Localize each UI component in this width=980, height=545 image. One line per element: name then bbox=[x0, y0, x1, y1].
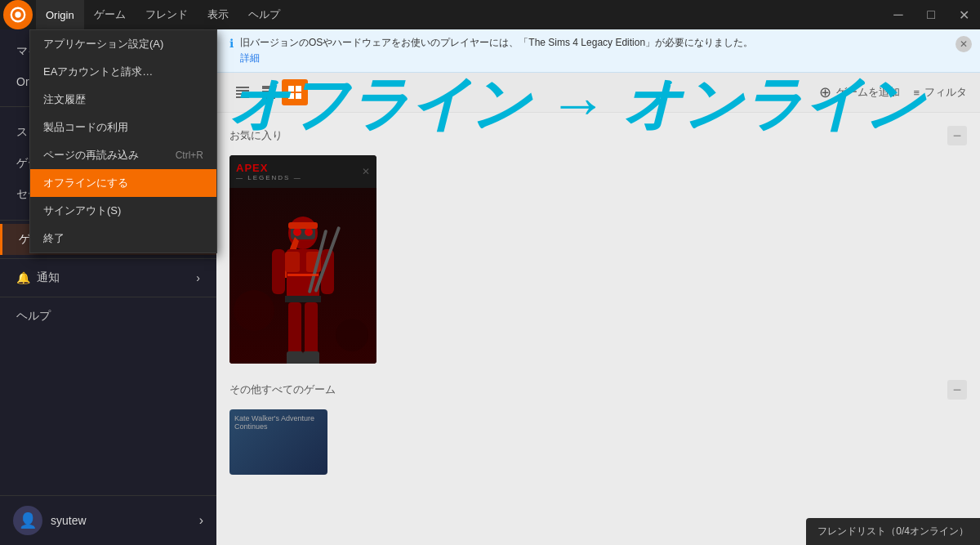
user-profile[interactable]: 👤 syutew › bbox=[0, 496, 216, 545]
apex-legends-text: — LEGENDS — bbox=[236, 174, 302, 181]
svg-rect-3 bbox=[236, 90, 249, 92]
svg-rect-10 bbox=[296, 86, 301, 92]
sidebar-divider-3 bbox=[0, 258, 216, 259]
favorites-collapse-button[interactable]: − bbox=[947, 126, 967, 145]
dropdown-reload[interactable]: ページの再読み込み Ctrl+R bbox=[30, 141, 216, 169]
svg-rect-28 bbox=[305, 302, 318, 360]
origin-logo bbox=[3, 0, 33, 29]
game-card-apex[interactable]: APEX — LEGENDS — ✕ bbox=[229, 155, 376, 364]
window-controls: ─ □ ✕ bbox=[882, 0, 980, 29]
svg-point-32 bbox=[234, 290, 274, 331]
game-card-close-icon[interactable]: ✕ bbox=[362, 166, 370, 177]
bell-icon: 🔔 bbox=[16, 271, 30, 284]
svg-rect-27 bbox=[288, 302, 301, 360]
username-label: syutew bbox=[51, 514, 199, 527]
svg-rect-31 bbox=[287, 274, 318, 276]
other-games-grid: Kate Walker's Adventure Continues bbox=[229, 409, 967, 475]
games-grid: APEX — LEGENDS — ✕ bbox=[229, 155, 967, 364]
friend-list-tooltip[interactable]: フレンドリスト（0/4オンライン） bbox=[806, 518, 980, 545]
info-banner-text: 旧バージョンのOSやハードウェアをお使いのプレイヤーには、「The Sims 4… bbox=[240, 37, 753, 48]
sidebar-divider-4 bbox=[0, 297, 216, 297]
svg-rect-9 bbox=[288, 86, 294, 92]
minimize-button[interactable]: ─ bbox=[882, 0, 915, 29]
maximize-button[interactable]: □ bbox=[915, 0, 947, 29]
close-button[interactable]: ✕ bbox=[947, 0, 980, 29]
chevron-right-icon-user: › bbox=[199, 513, 203, 528]
info-close-button[interactable]: ✕ bbox=[956, 36, 972, 52]
view-small-list-button[interactable] bbox=[229, 79, 256, 105]
menu-bar: Origin ゲーム フレンド 表示 ヘルプ bbox=[36, 0, 882, 29]
svg-rect-23 bbox=[272, 249, 285, 294]
svg-rect-7 bbox=[262, 91, 275, 94]
svg-rect-30 bbox=[303, 351, 319, 364]
menu-view[interactable]: 表示 bbox=[198, 0, 238, 29]
info-banner: ℹ 旧バージョンのOSやハードウェアをお使いのプレイヤーには、「The Sims… bbox=[216, 29, 980, 73]
view-grid-button[interactable] bbox=[282, 79, 308, 105]
add-game-button[interactable]: ⊕ ゲームを追加 bbox=[819, 83, 900, 101]
dropdown-signout[interactable]: サインアウト(S) bbox=[30, 197, 216, 225]
dropdown-order-history[interactable]: 注文履歴 bbox=[30, 86, 216, 114]
menu-help[interactable]: ヘルプ bbox=[238, 0, 290, 29]
svg-rect-29 bbox=[287, 351, 303, 364]
svg-rect-18 bbox=[288, 222, 318, 229]
svg-rect-22 bbox=[285, 296, 321, 302]
apex-card-body bbox=[229, 188, 376, 364]
apex-title-text: APEX bbox=[236, 162, 268, 174]
kate-game-title: Kate Walker's Adventure Continues bbox=[229, 409, 327, 436]
other-games-section: その他すべてのゲーム − Kate Walker's Adventure Con… bbox=[229, 380, 967, 475]
other-games-collapse-button[interactable]: − bbox=[947, 380, 967, 400]
avatar: 👤 bbox=[13, 506, 42, 535]
sidebar-item-notifications[interactable]: 🔔 通知 › bbox=[0, 262, 216, 293]
svg-point-33 bbox=[336, 319, 368, 351]
filter-button[interactable]: ≡ フィルタ bbox=[913, 85, 967, 100]
other-games-section-header: その他すべてのゲーム − bbox=[229, 380, 967, 400]
svg-rect-11 bbox=[288, 93, 294, 99]
main-content: ℹ 旧バージョンのOSやハードウェアをお使いのプレイヤーには、「The Sims… bbox=[216, 29, 980, 545]
info-banner-link[interactable]: 詳細 bbox=[240, 51, 967, 65]
svg-rect-8 bbox=[262, 96, 275, 99]
origin-dropdown-menu: アプリケーション設定(A) EAアカウントと請求… 注文履歴 製品コードの利用 … bbox=[29, 29, 217, 253]
dropdown-go-offline[interactable]: オフラインにする bbox=[30, 169, 216, 197]
dropdown-product-code[interactable]: 製品コードの利用 bbox=[30, 114, 216, 141]
toolbar-right: ⊕ ゲームを追加 ≡ フィルタ bbox=[819, 83, 967, 101]
menu-game[interactable]: ゲーム bbox=[84, 0, 136, 29]
sidebar-bottom: 👤 syutew › bbox=[0, 495, 216, 545]
svg-rect-4 bbox=[236, 93, 249, 95]
sidebar-item-help[interactable]: ヘルプ bbox=[0, 301, 216, 332]
chevron-right-icon-notify: › bbox=[196, 271, 200, 284]
title-bar: Origin ゲーム フレンド 表示 ヘルプ ─ □ ✕ bbox=[0, 0, 980, 29]
menu-friend[interactable]: フレンド bbox=[136, 0, 198, 29]
svg-rect-2 bbox=[236, 87, 249, 88]
apex-card-header: APEX — LEGENDS — ✕ bbox=[229, 155, 376, 188]
svg-rect-20 bbox=[285, 252, 300, 272]
svg-point-17 bbox=[305, 228, 313, 236]
svg-point-1 bbox=[15, 11, 20, 17]
favorites-section-header: お気に入り − bbox=[229, 126, 967, 145]
svg-rect-12 bbox=[296, 93, 301, 99]
game-card-kate[interactable]: Kate Walker's Adventure Continues bbox=[229, 409, 327, 475]
other-games-label: その他すべてのゲーム bbox=[229, 382, 336, 397]
view-large-list-button[interactable] bbox=[256, 79, 282, 105]
favorites-label: お気に入り bbox=[229, 128, 283, 143]
dropdown-app-settings[interactable]: アプリケーション設定(A) bbox=[30, 30, 216, 58]
library-content: お気に入り − APEX — LEGENDS — ✕ bbox=[216, 113, 980, 545]
menu-origin[interactable]: Origin bbox=[36, 0, 84, 29]
filter-icon: ≡ bbox=[913, 87, 920, 99]
plus-icon: ⊕ bbox=[819, 83, 831, 101]
svg-rect-6 bbox=[262, 86, 275, 89]
toolbar: ⊕ ゲームを追加 ≡ フィルタ bbox=[216, 73, 980, 113]
dropdown-ea-account[interactable]: EAアカウントと請求… bbox=[30, 58, 216, 86]
info-icon: ℹ bbox=[229, 37, 234, 50]
svg-point-16 bbox=[293, 228, 301, 236]
svg-rect-5 bbox=[236, 96, 249, 98]
dropdown-exit[interactable]: 終了 bbox=[30, 225, 216, 252]
